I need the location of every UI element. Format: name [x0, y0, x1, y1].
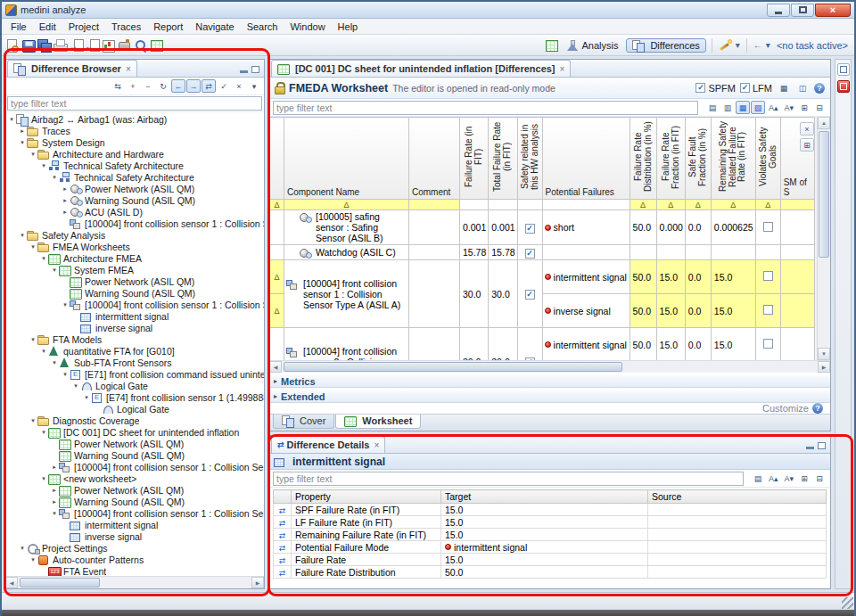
- expand-arrow-icon[interactable]: ▾: [18, 545, 27, 552]
- safe-fault-fraction-cell[interactable]: 0.0: [685, 294, 711, 328]
- issues-icon[interactable]: [837, 80, 850, 93]
- editor-tab[interactable]: [DC 001] DC sheet for unintended inflati…: [271, 60, 571, 77]
- expand-arrow-icon[interactable]: ▾: [50, 359, 59, 366]
- violates-goals-cell[interactable]: [755, 245, 780, 260]
- source-cell[interactable]: [648, 554, 827, 566]
- fr-fraction-cell[interactable]: [656, 245, 685, 260]
- expand-arrow-icon[interactable]: ▾: [50, 174, 59, 181]
- tree-item[interactable]: ▾Safety Analysis: [5, 229, 264, 241]
- menu-project[interactable]: Project: [62, 21, 105, 33]
- tree-item[interactable]: ▾Technical Safety Architecture: [5, 160, 264, 171]
- expand-arrow-icon[interactable]: ▾: [39, 475, 48, 482]
- expand-arrow-icon[interactable]: ▸: [50, 498, 59, 505]
- tree-item[interactable]: [100004] front collision sensor 1 : Coll…: [5, 218, 264, 229]
- safe-fault-fraction-cell[interactable]: 0.0: [685, 210, 711, 245]
- tree-item[interactable]: ▸Traces: [5, 125, 264, 136]
- property-cell[interactable]: Potential Failure Mode: [292, 541, 441, 554]
- new-icon[interactable]: [4, 38, 20, 53]
- scroll-down-icon[interactable]: ▼: [818, 348, 830, 360]
- help-icon[interactable]: ?: [812, 403, 823, 414]
- export-table-icon[interactable]: ▤: [751, 472, 765, 485]
- tree-item[interactable]: ▾Architecture and Hardware: [5, 148, 264, 160]
- tree-item[interactable]: ▾System FMEA: [5, 264, 264, 275]
- save-icon[interactable]: [21, 38, 36, 53]
- expand-arrow-icon[interactable]: ▾: [82, 394, 91, 401]
- history-dropdown-icon[interactable]: ▾: [765, 40, 771, 50]
- delta-filter-safety_related[interactable]: [517, 200, 542, 210]
- scroll-up-icon[interactable]: ▲: [818, 117, 830, 129]
- fr-fraction-cell[interactable]: 0.000: [656, 210, 685, 245]
- maximize-view-icon[interactable]: [251, 66, 259, 73]
- scroll-left-icon[interactable]: ◀: [5, 577, 18, 588]
- col-header-gutter[interactable]: [270, 118, 284, 200]
- fr-fraction-cell[interactable]: 15.0: [656, 260, 685, 294]
- violates-goals-checkbox[interactable]: [763, 271, 773, 281]
- col-header-violates_goals[interactable]: Violates Safety Goals: [755, 118, 780, 200]
- details-row[interactable]: ⇄Failure Rate15.0: [274, 554, 827, 566]
- link-with-editor-icon[interactable]: ⇆: [111, 79, 125, 93]
- delta-filter-potential_failures[interactable]: [542, 200, 630, 210]
- property-cell[interactable]: Remaining Failure Rate (in FIT): [292, 529, 441, 541]
- tree-item[interactable]: ▸Warning Sound (ASIL QM): [5, 496, 264, 507]
- expand-arrow-icon[interactable]: ▾: [50, 267, 59, 274]
- worksheet-vertical-scrollbar[interactable]: ▲ ▼: [817, 117, 830, 360]
- sm-cell[interactable]: [780, 260, 814, 294]
- details-header-target[interactable]: Target: [441, 490, 648, 504]
- component-cell[interactable]: [100005] safing sensor : Safing Sensor (…: [284, 210, 409, 245]
- total-failure-rate-cell[interactable]: 30.0: [489, 260, 517, 328]
- fr-distribution-cell[interactable]: [630, 245, 656, 260]
- target-cell[interactable]: intermittent signal: [441, 541, 648, 554]
- tree-item[interactable]: ▾Diagnostic Coverage: [5, 415, 264, 426]
- close-editor-icon[interactable]: ×: [560, 64, 565, 74]
- col-header-component[interactable]: Component Name: [284, 118, 409, 200]
- component-cell[interactable]: Watchdog (ASIL C): [284, 245, 409, 260]
- menu-help[interactable]: Help: [332, 21, 365, 33]
- col-header-comment[interactable]: Comment: [409, 118, 460, 200]
- col-header-fr_distribution[interactable]: Failure Rate Distribution (in %): [630, 118, 656, 200]
- lfm-check-icon[interactable]: ✓: [740, 83, 750, 93]
- refresh-tree-icon[interactable]: ↻: [156, 79, 170, 93]
- col-header-failure_rate[interactable]: Failure Rate (in FIT): [460, 118, 489, 200]
- differences-button[interactable]: Differences: [626, 38, 705, 53]
- details-header-source[interactable]: Source: [648, 490, 827, 504]
- safety-related-cell[interactable]: ✓: [517, 245, 542, 260]
- expand-arrow-icon[interactable]: ▾: [18, 232, 27, 239]
- potential-failure-cell[interactable]: intermittent signal: [542, 328, 630, 360]
- details-row[interactable]: ⇄SPF Failure Rate (in FIT)15.0: [274, 504, 827, 516]
- details-filter-input[interactable]: [273, 472, 744, 486]
- worksheet-filter-input[interactable]: [273, 101, 698, 115]
- wand-dropdown-icon[interactable]: ▾: [735, 40, 741, 50]
- tree-horizontal-scrollbar[interactable]: ◀ ▶: [5, 576, 264, 588]
- details-header-property[interactable]: Property: [292, 490, 441, 504]
- safety-related-checkbox[interactable]: ✓: [525, 249, 535, 259]
- expand-rows-icon[interactable]: ⊞: [797, 472, 811, 485]
- title-bar[interactable]: medini analyze ×: [2, 2, 854, 19]
- expand-arrow-icon[interactable]: ▾: [39, 162, 48, 169]
- target-cell[interactable]: 15.0: [441, 554, 648, 566]
- violates-goals-checkbox[interactable]: [763, 222, 773, 232]
- safety-related-cell[interactable]: ✓: [517, 260, 542, 328]
- potential-failure-cell[interactable]: inverse signal: [542, 294, 630, 328]
- remaining-fr-cell[interactable]: [711, 245, 755, 260]
- expand-arrow-icon[interactable]: ▸: [61, 197, 70, 204]
- expand-arrow-icon[interactable]: ▾: [61, 301, 70, 308]
- font-increase-icon[interactable]: A▴: [766, 101, 781, 114]
- tree-item[interactable]: ▸Warning Sound (ASIL QM): [5, 194, 264, 206]
- expand-arrow-icon[interactable]: ▾: [29, 556, 37, 563]
- property-cell[interactable]: Failure Rate Distribution: [292, 566, 441, 579]
- total-failure-rate-cell[interactable]: 0.001: [489, 210, 517, 245]
- tree-item[interactable]: Warning Sound (ASIL QM): [5, 449, 264, 461]
- minimize-view-icon[interactable]: [806, 447, 814, 449]
- col-header-safe_fault_fraction[interactable]: Safe Fault Fraction (in %): [685, 118, 711, 200]
- collapse-rows-icon[interactable]: ⊟: [812, 101, 827, 114]
- build-icon[interactable]: [117, 38, 132, 53]
- tree-item[interactable]: intermittent signal: [5, 310, 264, 322]
- save-all-icon[interactable]: [37, 38, 52, 53]
- expand-rows-icon[interactable]: ⊞: [797, 101, 811, 114]
- tree-item[interactable]: ▾System Design: [5, 136, 264, 148]
- import-icon[interactable]: [69, 38, 84, 53]
- safe-fault-fraction-cell[interactable]: [685, 245, 711, 260]
- close-button[interactable]: ×: [815, 4, 851, 17]
- lfm-checkbox[interactable]: ✓LFM: [740, 83, 772, 94]
- minimize-button[interactable]: [767, 4, 790, 17]
